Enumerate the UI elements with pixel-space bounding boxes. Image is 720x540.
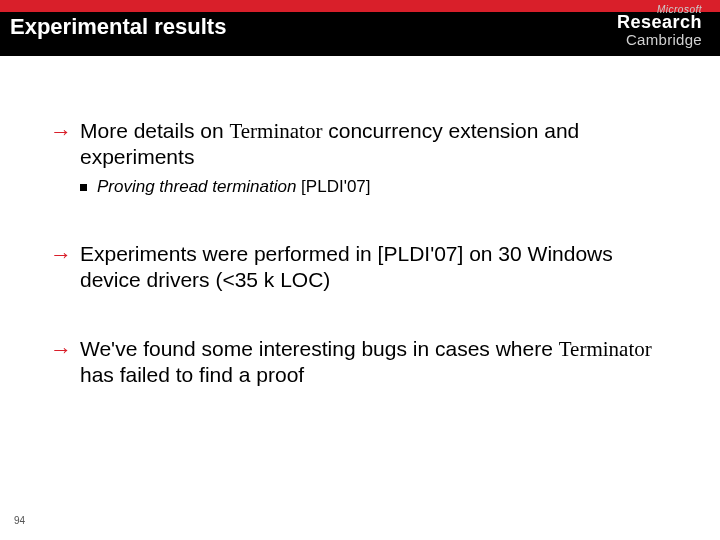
logo-line-research: Research xyxy=(617,13,702,31)
arrow-icon: → xyxy=(50,337,72,363)
page-number: 94 xyxy=(14,515,25,526)
bullet-2-text: Experiments were performed in [PLDI'07] … xyxy=(80,241,670,291)
bullet-3-suffix: has failed to find a proof xyxy=(80,363,304,386)
bullet-1: → More details on Terminator concurrency… xyxy=(50,118,670,169)
bullet-3: → We've found some interesting bugs in c… xyxy=(50,336,670,387)
bullet-1-sub-plain: [PLDI'07] xyxy=(296,177,370,196)
content-area: → More details on Terminator concurrency… xyxy=(50,104,670,387)
title-accent-bar xyxy=(0,0,720,12)
bullet-1-tool: Terminator xyxy=(229,119,322,143)
square-icon xyxy=(80,184,87,191)
slide: Experimental results Microsoft Research … xyxy=(0,0,720,540)
bullet-1-text: More details on Terminator concurrency e… xyxy=(80,118,670,169)
slide-title: Experimental results xyxy=(10,14,226,40)
bullet-3-prefix: We've found some interesting bugs in cas… xyxy=(80,337,559,360)
bullet-2: → Experiments were performed in [PLDI'07… xyxy=(50,241,670,291)
bullet-3-tool: Terminator xyxy=(559,337,652,361)
arrow-icon: → xyxy=(50,119,72,145)
logo-line-cambridge: Cambridge xyxy=(626,32,702,47)
ms-research-logo: Microsoft Research Cambridge xyxy=(617,4,702,54)
arrow-icon: → xyxy=(50,242,72,268)
bullet-1-prefix: More details on xyxy=(80,119,229,142)
bullet-3-text: We've found some interesting bugs in cas… xyxy=(80,336,670,387)
bullet-1-sub-text: Proving thread termination [PLDI'07] xyxy=(97,177,371,197)
bullet-1-sub: Proving thread termination [PLDI'07] xyxy=(80,177,670,197)
bullet-1-sub-italic: Proving thread termination xyxy=(97,177,296,196)
